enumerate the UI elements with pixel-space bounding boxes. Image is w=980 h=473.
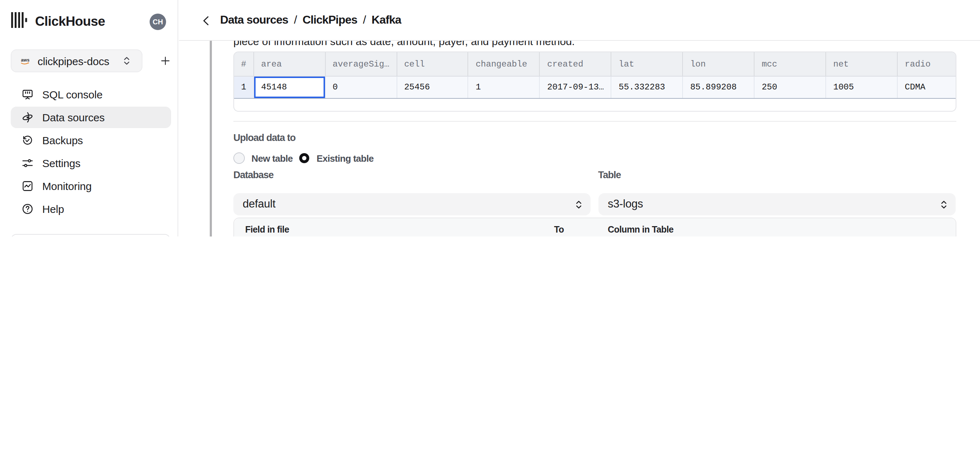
svg-text:aws: aws (21, 57, 29, 62)
